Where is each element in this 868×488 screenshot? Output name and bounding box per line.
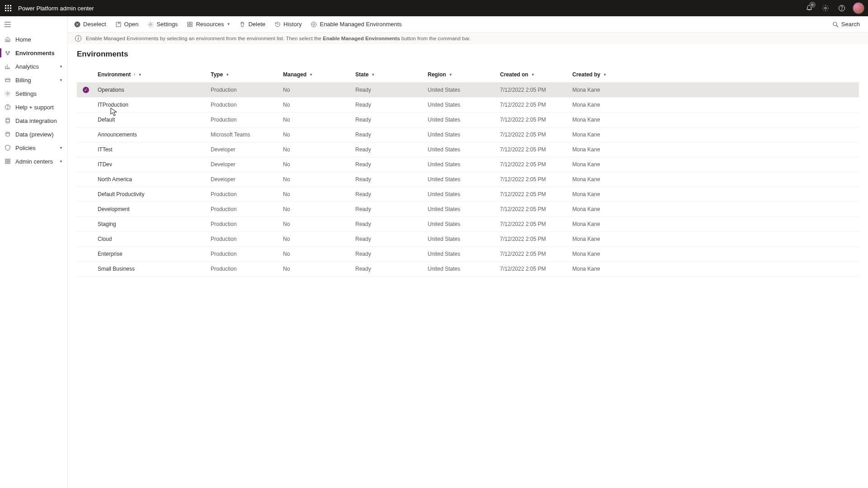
cell-region: United States — [425, 83, 497, 98]
cell-region: United States — [425, 202, 497, 217]
enable-managed-label: Enable Managed Environments — [320, 21, 401, 28]
row-select[interactable] — [83, 236, 89, 242]
resources-icon — [187, 21, 193, 28]
delete-button[interactable]: Delete — [235, 16, 270, 32]
cell-type: Developer — [208, 172, 280, 187]
row-select[interactable] — [83, 221, 89, 227]
sidebar-item-billing[interactable]: Billing▼ — [0, 73, 67, 87]
row-select[interactable] — [83, 206, 89, 212]
table-row[interactable]: EnterpriseProductionNoReadyUnited States… — [77, 247, 859, 262]
svg-rect-6 — [5, 10, 6, 11]
row-select[interactable] — [83, 266, 89, 272]
table-row[interactable]: ITDevDeveloperNoReadyUnited States7/12/2… — [77, 157, 859, 172]
cell-environment: ITTest — [95, 142, 208, 157]
cell-managed: No — [280, 113, 353, 127]
notifications-button[interactable]: 0 — [801, 0, 817, 16]
sidebar-item-label: Policies — [15, 145, 36, 151]
cell-type: Production — [208, 187, 280, 202]
sidebar-item-label: Analytics — [15, 63, 39, 70]
table-row[interactable]: DevelopmentProductionNoReadyUnited State… — [77, 202, 859, 217]
col-created-by[interactable]: Created by▼ — [572, 71, 607, 78]
cell-state: Ready — [353, 157, 425, 172]
svg-point-15 — [6, 52, 7, 53]
sidebar-item-label: Data (preview) — [15, 131, 54, 138]
row-select[interactable] — [83, 251, 89, 257]
enable-managed-button[interactable]: Enable Managed Environments — [306, 16, 406, 32]
svg-point-33 — [150, 23, 151, 25]
table-row[interactable]: AnnouncementsMicrosoft TeamsNoReadyUnite… — [77, 127, 859, 142]
row-select[interactable] — [83, 131, 89, 138]
col-region[interactable]: Region▼ — [428, 71, 453, 78]
cell-type: Production — [208, 217, 280, 232]
sidebar-item-settings[interactable]: Settings — [0, 87, 67, 100]
svg-point-20 — [7, 93, 9, 94]
cell-state: Ready — [353, 202, 425, 217]
sidebar-item-help-support[interactable]: Help + support — [0, 100, 67, 114]
row-select[interactable] — [83, 191, 89, 197]
history-button[interactable]: History — [270, 16, 306, 32]
table-row[interactable]: Small BusinessProductionNoReadyUnited St… — [77, 262, 859, 277]
table-row[interactable]: OperationsProductionNoReadyUnited States… — [77, 83, 859, 98]
row-select[interactable] — [83, 87, 89, 93]
cell-managed: No — [280, 247, 353, 262]
col-state[interactable]: State▼ — [355, 71, 375, 78]
data-preview-icon — [5, 131, 11, 137]
cell-created-on: 7/12/2022 2:05 PM — [497, 172, 570, 187]
table-row[interactable]: North AmericaDeveloperNoReadyUnited Stat… — [77, 172, 859, 187]
table-row[interactable]: ITProductionProductionNoReadyUnited Stat… — [77, 98, 859, 113]
chevron-down-icon: ▼ — [603, 73, 607, 77]
table-row[interactable]: ITTestDeveloperNoReadyUnited States7/12/… — [77, 142, 859, 157]
settings-button[interactable]: Settings — [143, 16, 182, 32]
svg-point-38 — [311, 22, 316, 27]
enable-managed-icon — [311, 21, 317, 28]
cell-region: United States — [425, 217, 497, 232]
info-banner: i Enable Managed Environments by selecti… — [68, 33, 868, 44]
cell-created-on: 7/12/2022 2:05 PM — [497, 142, 570, 157]
header-help-button[interactable] — [834, 0, 850, 16]
table-row[interactable]: Default ProductivityProductionNoReadyUni… — [77, 187, 859, 202]
cell-state: Ready — [353, 113, 425, 127]
cell-managed: No — [280, 98, 353, 113]
sidebar-item-data-preview-[interactable]: Data (preview) — [0, 127, 67, 141]
row-select[interactable] — [83, 117, 89, 123]
sidebar-toggle[interactable] — [0, 16, 67, 33]
user-avatar[interactable] — [853, 2, 864, 14]
cell-created-by: Mona Kane — [570, 217, 859, 232]
waffle-button[interactable] — [4, 4, 13, 13]
col-created-on[interactable]: Created on▼ — [500, 71, 535, 78]
cell-created-on: 7/12/2022 2:05 PM — [497, 247, 570, 262]
delete-icon — [239, 21, 245, 28]
svg-rect-34 — [188, 22, 189, 24]
col-type[interactable]: Type▼ — [211, 71, 229, 78]
open-button[interactable]: Open — [111, 16, 143, 32]
sidebar-item-data-integration[interactable]: Data integration — [0, 114, 67, 127]
svg-rect-18 — [5, 79, 10, 82]
header-settings-button[interactable] — [817, 0, 834, 16]
chevron-down-icon: ▼ — [309, 73, 313, 77]
table-row[interactable]: StagingProductionNoReadyUnited States7/1… — [77, 217, 859, 232]
cell-environment: Cloud — [95, 232, 208, 247]
table-row[interactable]: DefaultProductionNoReadyUnited States7/1… — [77, 113, 859, 127]
row-select[interactable] — [83, 102, 89, 108]
sort-asc-icon: ↑ — [133, 72, 136, 77]
cell-environment: ITDev — [95, 157, 208, 172]
sidebar-item-label: Settings — [15, 90, 37, 97]
cell-type: Production — [208, 262, 280, 277]
sidebar-item-policies[interactable]: Policies▼ — [0, 141, 67, 155]
row-select[interactable] — [83, 146, 89, 153]
sidebar-item-analytics[interactable]: Analytics▼ — [0, 60, 67, 73]
deselect-button[interactable]: Deselect — [70, 16, 111, 32]
resources-label: Resources — [196, 21, 224, 28]
table-row[interactable]: CloudProductionNoReadyUnited States7/12/… — [77, 232, 859, 247]
sidebar-item-admin-centers[interactable]: Admin centers▼ — [0, 155, 67, 168]
col-environment[interactable]: Environment↑▼ — [98, 71, 142, 78]
col-managed[interactable]: Managed▼ — [283, 71, 313, 78]
chevron-down-icon: ▼ — [449, 73, 453, 77]
sidebar-item-environments[interactable]: Environments — [0, 46, 67, 60]
resources-button[interactable]: Resources ▼ — [182, 16, 235, 32]
content: Environments Environment↑▼ Type▼ Managed… — [68, 44, 868, 488]
row-select[interactable] — [83, 176, 89, 183]
search-button[interactable]: Search — [826, 21, 866, 28]
row-select[interactable] — [83, 161, 89, 168]
sidebar-item-home[interactable]: Home — [0, 33, 67, 46]
